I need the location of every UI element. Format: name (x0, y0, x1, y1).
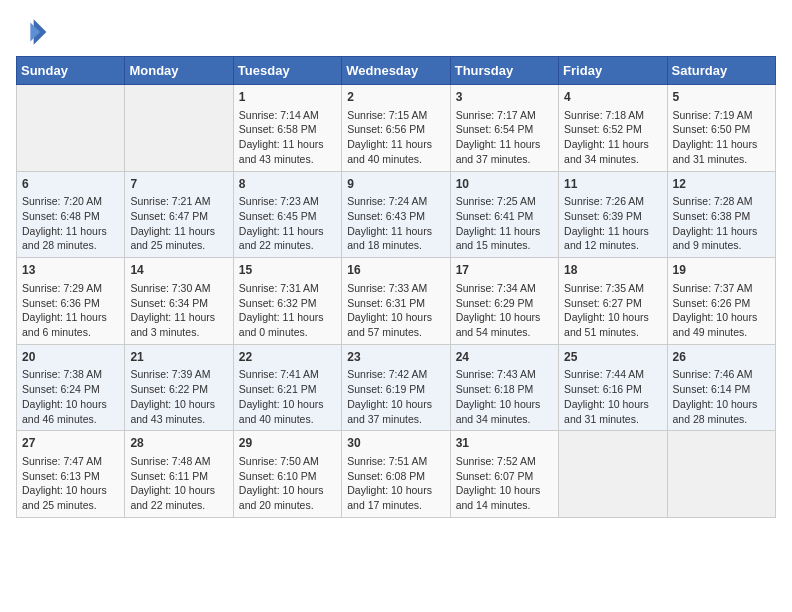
sunrise-text: Sunrise: 7:18 AM (564, 108, 661, 123)
day-number: 25 (564, 349, 661, 366)
sunset-text: Sunset: 6:26 PM (673, 296, 770, 311)
sunrise-text: Sunrise: 7:38 AM (22, 367, 119, 382)
calendar-cell (559, 431, 667, 518)
sunset-text: Sunset: 6:54 PM (456, 122, 553, 137)
calendar-cell: 16Sunrise: 7:33 AMSunset: 6:31 PMDayligh… (342, 258, 450, 345)
day-number: 26 (673, 349, 770, 366)
calendar-cell: 4Sunrise: 7:18 AMSunset: 6:52 PMDaylight… (559, 85, 667, 172)
day-number: 11 (564, 176, 661, 193)
sunset-text: Sunset: 6:11 PM (130, 469, 227, 484)
sunrise-text: Sunrise: 7:28 AM (673, 194, 770, 209)
day-number: 29 (239, 435, 336, 452)
day-header-wednesday: Wednesday (342, 57, 450, 85)
sunset-text: Sunset: 6:07 PM (456, 469, 553, 484)
sunrise-text: Sunrise: 7:24 AM (347, 194, 444, 209)
calendar-week-row: 27Sunrise: 7:47 AMSunset: 6:13 PMDayligh… (17, 431, 776, 518)
sunrise-text: Sunrise: 7:17 AM (456, 108, 553, 123)
day-number: 15 (239, 262, 336, 279)
day-number: 22 (239, 349, 336, 366)
calendar-cell (17, 85, 125, 172)
page-header (16, 16, 776, 48)
day-number: 18 (564, 262, 661, 279)
calendar-cell: 29Sunrise: 7:50 AMSunset: 6:10 PMDayligh… (233, 431, 341, 518)
sunrise-text: Sunrise: 7:46 AM (673, 367, 770, 382)
sunset-text: Sunset: 6:27 PM (564, 296, 661, 311)
calendar-cell: 24Sunrise: 7:43 AMSunset: 6:18 PMDayligh… (450, 344, 558, 431)
calendar-cell: 19Sunrise: 7:37 AMSunset: 6:26 PMDayligh… (667, 258, 775, 345)
calendar-week-row: 13Sunrise: 7:29 AMSunset: 6:36 PMDayligh… (17, 258, 776, 345)
daylight-text: Daylight: 10 hours and 46 minutes. (22, 397, 119, 426)
calendar-cell: 11Sunrise: 7:26 AMSunset: 6:39 PMDayligh… (559, 171, 667, 258)
day-number: 16 (347, 262, 444, 279)
sunset-text: Sunset: 6:21 PM (239, 382, 336, 397)
sunrise-text: Sunrise: 7:43 AM (456, 367, 553, 382)
calendar-cell (667, 431, 775, 518)
daylight-text: Daylight: 11 hours and 28 minutes. (22, 224, 119, 253)
daylight-text: Daylight: 11 hours and 18 minutes. (347, 224, 444, 253)
day-number: 2 (347, 89, 444, 106)
sunrise-text: Sunrise: 7:52 AM (456, 454, 553, 469)
daylight-text: Daylight: 10 hours and 43 minutes. (130, 397, 227, 426)
sunset-text: Sunset: 6:48 PM (22, 209, 119, 224)
sunset-text: Sunset: 6:45 PM (239, 209, 336, 224)
sunset-text: Sunset: 6:39 PM (564, 209, 661, 224)
day-number: 27 (22, 435, 119, 452)
day-number: 8 (239, 176, 336, 193)
day-number: 23 (347, 349, 444, 366)
sunrise-text: Sunrise: 7:35 AM (564, 281, 661, 296)
sunrise-text: Sunrise: 7:19 AM (673, 108, 770, 123)
calendar-cell: 14Sunrise: 7:30 AMSunset: 6:34 PMDayligh… (125, 258, 233, 345)
sunset-text: Sunset: 6:13 PM (22, 469, 119, 484)
sunrise-text: Sunrise: 7:14 AM (239, 108, 336, 123)
day-number: 3 (456, 89, 553, 106)
day-header-sunday: Sunday (17, 57, 125, 85)
calendar-cell: 28Sunrise: 7:48 AMSunset: 6:11 PMDayligh… (125, 431, 233, 518)
calendar-cell: 3Sunrise: 7:17 AMSunset: 6:54 PMDaylight… (450, 85, 558, 172)
sunrise-text: Sunrise: 7:31 AM (239, 281, 336, 296)
day-number: 31 (456, 435, 553, 452)
calendar-week-row: 1Sunrise: 7:14 AMSunset: 6:58 PMDaylight… (17, 85, 776, 172)
calendar-cell: 23Sunrise: 7:42 AMSunset: 6:19 PMDayligh… (342, 344, 450, 431)
day-header-thursday: Thursday (450, 57, 558, 85)
day-header-monday: Monday (125, 57, 233, 85)
daylight-text: Daylight: 11 hours and 9 minutes. (673, 224, 770, 253)
calendar-cell: 31Sunrise: 7:52 AMSunset: 6:07 PMDayligh… (450, 431, 558, 518)
sunset-text: Sunset: 6:34 PM (130, 296, 227, 311)
sunrise-text: Sunrise: 7:29 AM (22, 281, 119, 296)
calendar-cell: 6Sunrise: 7:20 AMSunset: 6:48 PMDaylight… (17, 171, 125, 258)
daylight-text: Daylight: 11 hours and 40 minutes. (347, 137, 444, 166)
sunrise-text: Sunrise: 7:50 AM (239, 454, 336, 469)
calendar-cell: 1Sunrise: 7:14 AMSunset: 6:58 PMDaylight… (233, 85, 341, 172)
sunset-text: Sunset: 6:43 PM (347, 209, 444, 224)
logo (16, 16, 52, 48)
daylight-text: Daylight: 11 hours and 31 minutes. (673, 137, 770, 166)
daylight-text: Daylight: 11 hours and 3 minutes. (130, 310, 227, 339)
sunrise-text: Sunrise: 7:34 AM (456, 281, 553, 296)
sunrise-text: Sunrise: 7:21 AM (130, 194, 227, 209)
sunset-text: Sunset: 6:31 PM (347, 296, 444, 311)
sunrise-text: Sunrise: 7:23 AM (239, 194, 336, 209)
calendar-cell: 13Sunrise: 7:29 AMSunset: 6:36 PMDayligh… (17, 258, 125, 345)
daylight-text: Daylight: 10 hours and 14 minutes. (456, 483, 553, 512)
logo-icon (16, 16, 48, 48)
day-number: 17 (456, 262, 553, 279)
day-number: 20 (22, 349, 119, 366)
sunset-text: Sunset: 6:32 PM (239, 296, 336, 311)
day-header-tuesday: Tuesday (233, 57, 341, 85)
calendar-cell (125, 85, 233, 172)
daylight-text: Daylight: 10 hours and 31 minutes. (564, 397, 661, 426)
sunrise-text: Sunrise: 7:48 AM (130, 454, 227, 469)
calendar-cell: 15Sunrise: 7:31 AMSunset: 6:32 PMDayligh… (233, 258, 341, 345)
day-header-saturday: Saturday (667, 57, 775, 85)
day-number: 7 (130, 176, 227, 193)
daylight-text: Daylight: 11 hours and 43 minutes. (239, 137, 336, 166)
sunset-text: Sunset: 6:29 PM (456, 296, 553, 311)
sunset-text: Sunset: 6:14 PM (673, 382, 770, 397)
sunset-text: Sunset: 6:41 PM (456, 209, 553, 224)
calendar-cell: 9Sunrise: 7:24 AMSunset: 6:43 PMDaylight… (342, 171, 450, 258)
day-number: 24 (456, 349, 553, 366)
day-number: 10 (456, 176, 553, 193)
day-number: 6 (22, 176, 119, 193)
calendar-week-row: 6Sunrise: 7:20 AMSunset: 6:48 PMDaylight… (17, 171, 776, 258)
daylight-text: Daylight: 10 hours and 28 minutes. (673, 397, 770, 426)
